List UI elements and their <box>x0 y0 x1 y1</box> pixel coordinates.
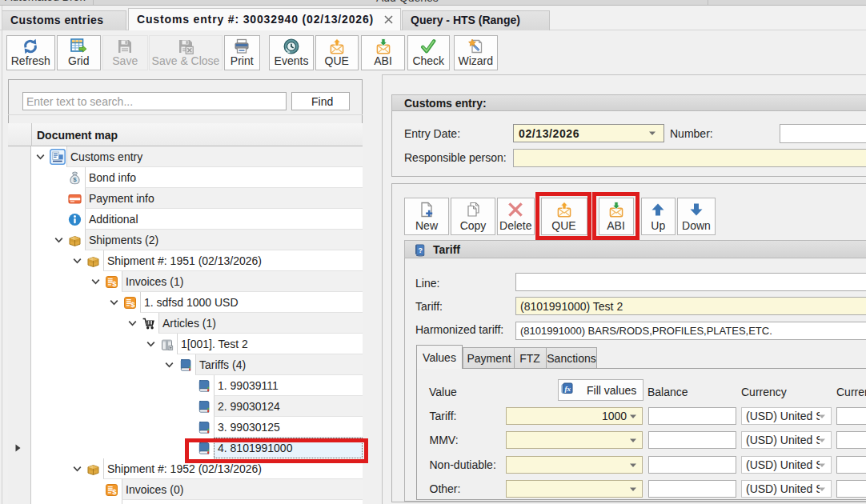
svg-text:fx: fx <box>565 385 571 393</box>
svg-text:$: $ <box>73 176 77 183</box>
svg-text:$: $ <box>112 279 117 288</box>
svg-text:?: ? <box>418 246 422 254</box>
svg-text:$: $ <box>130 300 135 309</box>
svg-text:$: $ <box>112 487 117 496</box>
